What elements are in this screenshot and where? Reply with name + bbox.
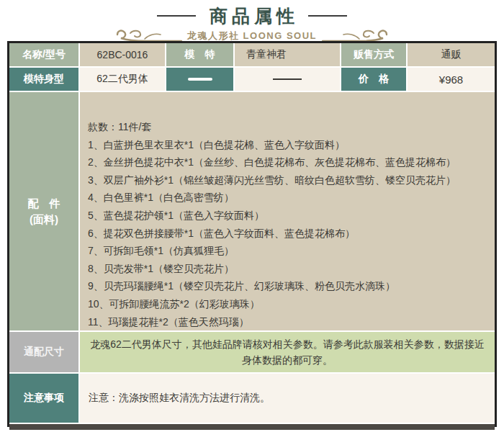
accessories-count: 款数：11件/套 <box>88 118 485 136</box>
product-attributes-page: 商品属性 龙魂人形社 LOONG SOUL 名 <box>0 0 504 45</box>
accessory-item: 9、贝壳玛瑙腰绳*1（镂空贝壳花片、幻彩玻璃珠、粉色贝壳水滴珠） <box>88 277 485 295</box>
notice-text: 注意：洗涤按照娃衣清洗方法进行清洗。 <box>80 374 495 423</box>
title-right-line <box>308 15 347 17</box>
empty-value-cell <box>235 68 340 91</box>
spec-table: 名称/型号 62BC-0016 模 特 青童神君 贩售方式 通贩 模特身型 62… <box>7 41 497 427</box>
size-label: 通配尺寸 <box>9 332 78 372</box>
body-type-value: 62二代男体 <box>80 68 165 91</box>
accessory-item: 1、白蓝拼色里衣里衣*1（白色提花棉、蓝色入字纹面料） <box>88 136 485 154</box>
sale-method-value: 通贩 <box>408 43 495 66</box>
price-value: ¥968 <box>408 68 495 91</box>
accessories-list: 1、白蓝拼色里衣里衣*1（白色提花棉、蓝色入字纹面料）2、金丝拼色提花中衣*1（… <box>88 136 485 331</box>
accessories-label: 配 件 (面料) <box>9 92 78 330</box>
accessory-item: 7、可拆卸毛领*1（仿真狐狸毛） <box>88 242 485 260</box>
sale-method-label: 贩售方式 <box>341 43 406 66</box>
size-text: 龙魂62二代男体尺寸，其他娃品牌请核对相关参数。请参考此款服装相关参数，数据接近… <box>80 332 495 372</box>
model-value: 青童神君 <box>235 43 340 66</box>
accessory-item: 3、双层广袖外衫*1（锦丝皱超薄闪光丝雪纺、暗纹白色超软雪纺、镂空贝壳花片） <box>88 171 485 189</box>
title-row: 商品属性 <box>0 5 504 27</box>
notice-row: 注意事项 注意：洗涤按照娃衣清洗方法进行清洗。 <box>9 374 495 423</box>
spec-row-1: 名称/型号 62BC-0016 模 特 青童神君 贩售方式 通贩 <box>9 43 495 66</box>
accessory-item: 8、贝壳发带*1（镂空贝壳花片） <box>88 260 485 278</box>
name-model-value: 62BC-0016 <box>80 43 165 66</box>
accessory-item: 10、可拆卸腰绳流苏*2（幻彩玻璃珠） <box>88 295 485 313</box>
em-dash-graphic <box>188 78 212 81</box>
spec-row-2: 模特身型 62二代男体 价 格 ¥968 <box>9 68 495 91</box>
accessories-row: 配 件 (面料) 款数：11件/套 1、白蓝拼色里衣里衣*1（白色提花棉、蓝色入… <box>9 92 495 330</box>
title-left-line <box>157 15 196 17</box>
footer-bar <box>9 424 495 430</box>
accessories-content: 款数：11件/套 1、白蓝拼色里衣里衣*1（白色提花棉、蓝色入字纹面料）2、金丝… <box>80 92 495 330</box>
accessory-item: 5、蓝色提花护领*1（蓝色入字纹面料） <box>88 207 485 225</box>
page-title: 商品属性 <box>205 5 299 27</box>
model-label: 模 特 <box>166 43 233 66</box>
price-label: 价 格 <box>341 68 406 91</box>
size-row: 通配尺寸 龙魂62二代男体尺寸，其他娃品牌请核对相关参数。请参考此款服装相关参数… <box>9 332 495 372</box>
accessories-label-line2: (面料) <box>30 212 58 228</box>
accessory-item: 11、玛瑙提花鞋*2（蓝色天然玛瑙） <box>88 313 485 331</box>
notice-label: 注意事项 <box>9 374 78 423</box>
accessory-item: 4、白色里裤*1（白色高密雪纺） <box>88 189 485 207</box>
body-type-label: 模特身型 <box>9 68 78 91</box>
accessories-label-line1: 配 件 <box>28 196 60 212</box>
accessory-item: 6、提花双色拼接腰带*1（蓝色入字纹面料、蓝色提花棉布） <box>88 225 485 243</box>
header: 商品属性 龙魂人形社 LOONG SOUL <box>0 0 504 45</box>
empty-label-cell <box>166 68 233 91</box>
name-model-label: 名称/型号 <box>9 43 78 66</box>
accessory-item: 2、金丝拼色提花中衣*1（金丝纱、白色提花棉布、灰色提花棉布、蓝色提花棉布） <box>88 153 485 171</box>
em-dash-graphic <box>273 78 302 80</box>
